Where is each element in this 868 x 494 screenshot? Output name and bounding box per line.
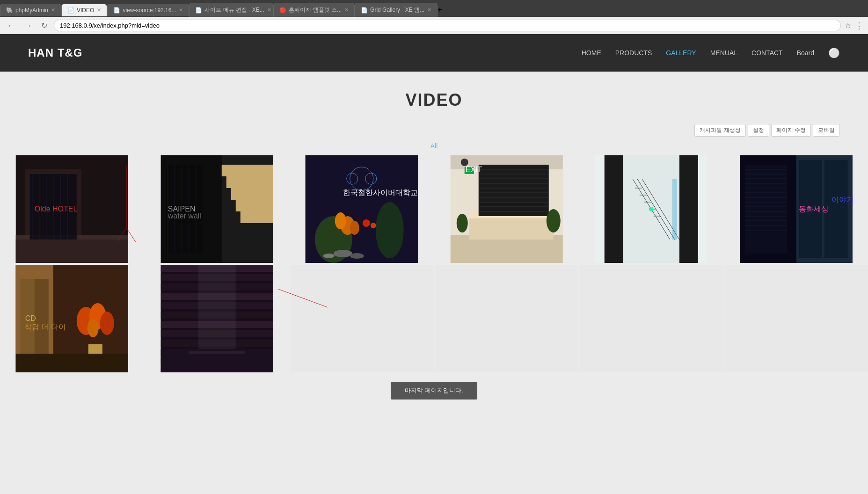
viewsource-icon: 📄 [113,7,120,14]
svg-rect-66 [679,155,698,263]
svg-text:한국철한사이버대학교: 한국철한사이버대학교 [343,189,418,196]
svg-text:참담 더 다이: 참담 더 다이 [24,323,66,331]
settings-btn[interactable]: 설정 [748,124,769,137]
phpmyadmin-icon: 🐘 [6,7,13,14]
tab-close-template[interactable]: ✕ [344,7,349,13]
svg-point-110 [100,312,114,335]
gallery-item-10 [435,265,579,372]
toolbar: 캐시파일 재생성 설정 페이지 수정 모바일 [0,124,868,142]
page-edit-btn[interactable]: 페이지 수정 [771,124,811,137]
template-icon: 🔴 [279,7,286,14]
nav-gallery[interactable]: GALLERY [666,49,696,57]
reload-button[interactable]: ↻ [38,20,50,31]
svg-rect-77 [672,179,677,240]
nav-home[interactable]: HOME [582,49,601,57]
svg-rect-23 [235,200,273,211]
gallery-item-2[interactable]: SAIPEN water wall [145,155,289,263]
svg-point-45 [460,159,468,166]
svg-rect-24 [240,211,273,223]
user-icon[interactable]: ⚪ [828,47,840,58]
gallery-item-6[interactable]: 동화세상 이야기 [724,155,868,263]
gallery-row1: Olde HOTEL [0,155,868,263]
gallery-item-9 [290,265,434,372]
svg-text:이야기: 이야기 [831,196,853,203]
address-bar: ← → ↻ ☆ ⋮ [0,17,868,34]
svg-text:Olde HOTEL: Olde HOTEL [35,205,78,213]
gallery-section: Olde HOTEL [0,155,868,372]
video-tab-icon: 📄 [67,7,74,14]
gallery-item-5[interactable] [579,155,723,263]
svg-point-37 [350,221,359,235]
tab-close-video[interactable]: ✕ [97,7,101,13]
mobile-btn[interactable]: 모바일 [813,124,840,137]
tab-close-viewsource[interactable]: ✕ [179,7,183,13]
gallery-item-11 [579,265,723,372]
svg-rect-65 [605,155,623,263]
svg-point-34 [376,202,404,258]
cache-rebuild-btn[interactable]: 캐시파일 재생성 [694,124,745,137]
svg-point-39 [371,223,376,228]
svg-point-63 [456,214,467,232]
main-nav: HOME PRODUCTS GALLERY MENUAL CONTACT Boa… [582,47,840,58]
address-input[interactable] [54,20,841,31]
load-more-button[interactable]: 마지막 페이지입니다. [391,382,477,400]
nav-products[interactable]: PRODUCTS [615,49,652,57]
tab-menu-edit[interactable]: 📄 사이트 메뉴 편집 - XE... ✕ [189,3,273,17]
tab-close-grid-gallery[interactable]: ✕ [427,7,431,13]
svg-rect-49 [478,165,548,216]
page-content: VIDEO 캐시파일 재생성 설정 페이지 수정 모바일 All [0,72,868,494]
filter-bar: All [0,142,868,150]
svg-point-40 [334,250,352,257]
svg-point-38 [363,219,370,227]
svg-rect-21 [226,176,273,188]
gallery-item-12 [724,265,868,372]
tab-bar: 🐘 phpMyAdmin ✕ 📄 VIDEO ✕ 📄 view-source:1… [0,0,868,17]
menu-edit-icon: 📄 [195,7,202,14]
gallery-row2: CD 참담 더 다이 [0,264,868,372]
svg-point-36 [335,212,346,229]
gallery-item-8[interactable] [145,265,289,372]
svg-rect-131 [189,351,245,354]
load-more-section: 마지막 페이지입니다. [0,382,868,400]
svg-text:CD: CD [25,314,36,322]
nav-contact[interactable]: CONTACT [751,49,783,57]
tab-video[interactable]: 📄 VIDEO ✕ [61,4,107,16]
svg-rect-47 [469,216,553,240]
nav-board[interactable]: Board [797,49,814,57]
gallery-item-4[interactable]: EXIT [435,155,579,263]
tab-close-menu-edit[interactable]: ✕ [267,7,271,13]
gallery-item-1[interactable]: Olde HOTEL [0,155,144,263]
bookmark-icon[interactable]: ☆ [845,21,851,30]
site-logo: HAN T&G [28,46,82,59]
nav-menual[interactable]: MENUAL [710,49,737,57]
svg-point-42 [323,254,335,258]
gallery-item-3[interactable]: 한국철한사이버대학교 [290,155,434,263]
svg-rect-22 [231,188,273,200]
svg-rect-20 [221,165,273,176]
forward-button[interactable]: → [22,21,35,31]
tab-close-phpmyadmin[interactable]: ✕ [51,7,55,13]
svg-rect-80 [744,165,787,254]
svg-point-111 [88,319,99,337]
tab-grid-gallery[interactable]: 📄 Grid Gallery - XE 템... ✕ [355,3,438,17]
grid-gallery-icon: 📄 [361,7,367,14]
new-tab-btn[interactable]: + [438,6,447,14]
back-button[interactable]: ← [5,21,18,31]
menu-icon[interactable]: ⋮ [855,21,863,31]
svg-rect-11 [16,240,128,263]
filter-all[interactable]: All [430,142,438,150]
page-title: VIDEO [0,90,868,110]
svg-point-41 [350,253,364,259]
svg-text:water wall: water wall [167,212,201,220]
site-header: HAN T&G HOME PRODUCTS GALLERY MENUAL CON… [0,34,868,72]
svg-point-76 [649,207,654,211]
svg-rect-114 [16,354,128,372]
tab-viewsource[interactable]: 📄 view-source:192.16... ✕ [107,4,189,16]
tab-template[interactable]: 🔴 홈페이지 템플릿 스... ✕ [273,3,355,17]
tab-phpmyadmin[interactable]: 🐘 phpMyAdmin ✕ [0,4,61,16]
gallery-item-7[interactable]: CD 참담 더 다이 [0,265,144,372]
svg-point-62 [546,209,560,232]
browser-chrome: 🐘 phpMyAdmin ✕ 📄 VIDEO ✕ 📄 view-source:1… [0,0,868,34]
svg-text:EXIT: EXIT [465,166,482,174]
svg-text:동화세상: 동화세상 [798,205,828,213]
